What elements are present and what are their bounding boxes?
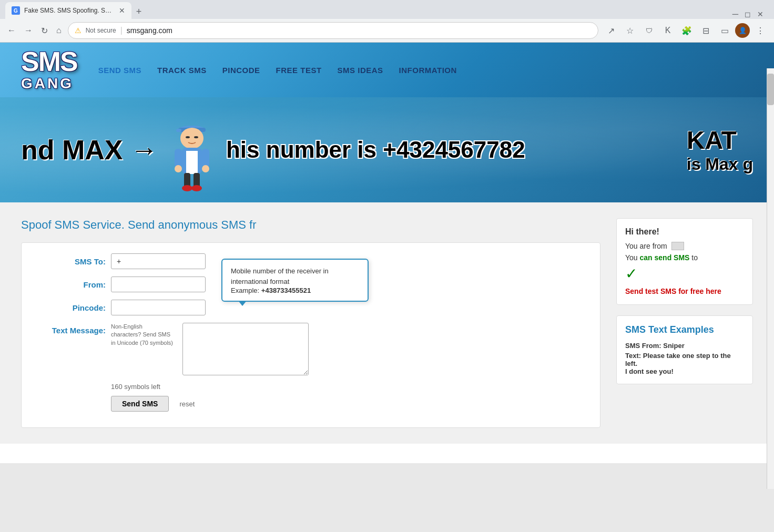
nav-free-test[interactable]: FREE TEST [276,66,322,75]
logo-sub: GANG [21,75,77,92]
can-send-green: can send SMS [640,253,690,262]
tooltip-example-label: Example: [231,287,259,294]
tab-bar: G Fake SMS. SMS Spoofing. Send A ✕ + ─ ◻… [0,0,774,19]
svg-point-3 [180,128,203,149]
svg-point-5 [194,136,198,138]
sms-text-value2: I dont see you! [625,367,674,375]
restore-icon[interactable]: ◻ [745,10,751,18]
from-label: From: [37,280,106,289]
example-from: SMS From: Sniper [625,342,744,350]
sms-to-label: SMS To: [37,257,106,266]
example-text: Text: Please take one step to the left. [625,352,744,367]
banner-character [168,108,216,192]
banner: nd MAX → [0,97,774,202]
profile-avatar[interactable]: 👤 [735,23,750,38]
svg-point-14 [182,185,192,191]
url-display[interactable]: smsgang.com [127,26,172,35]
from-input[interactable] [111,277,206,292]
banner-text-right2: is Max g [687,155,753,174]
can-send-you: You [625,253,638,262]
media-router-icon[interactable]: ⊟ [697,22,714,39]
examples-title: SMS Text Examples [625,324,744,335]
form-container: Mobile number of the receiver in interna… [21,242,600,428]
svg-rect-8 [175,149,182,168]
url-separator: | [120,26,123,35]
tooltip-title: Mobile number of the receiver in interna… [231,266,359,287]
desktop-icon[interactable]: ▭ [716,22,733,39]
nav-send-sms[interactable]: SEND SMS [98,66,141,75]
text-message-textarea[interactable] [182,323,309,375]
text-message-row: Text Message: Non-English characters? Se… [37,323,584,375]
checkmark-icon: ✓ [625,265,744,282]
flag-icon [671,242,684,250]
nav-track-sms[interactable]: TRACK SMS [157,66,207,75]
bookmark-icon[interactable]: ☆ [622,22,638,39]
pincode-label: Pincode: [37,303,106,312]
extensions-icon[interactable]: 🧩 [678,22,695,39]
symbols-left: 160 symbols left [111,383,584,391]
account-icon[interactable]: K [659,22,676,39]
banner-text-left: nd MAX → [21,134,158,166]
sms-to-tooltip: Mobile number of the receiver in interna… [221,259,369,302]
svg-rect-7 [186,151,198,174]
you-are-from-text: You are from [625,242,667,250]
svg-point-15 [191,185,202,191]
sms-examples: SMS Text Examples SMS From: Sniper Text:… [616,315,753,384]
toolbar-icons: ↗ ☆ 🛡 K 🧩 ⊟ ▭ 👤 ⋮ [603,22,769,39]
site-header: SMS GANG SEND SMS TRACK SMS PINCODE FREE… [0,43,774,97]
scrollbar-thumb[interactable] [767,74,774,105]
you-are-from-row: You are from [625,242,744,250]
tab-title: Fake SMS. SMS Spoofing. Send A [24,7,115,14]
not-secure-label: Not secure [86,27,116,34]
hi-box: Hi there! You are from You can send SMS … [616,218,753,305]
home-button[interactable]: ⌂ [54,24,64,37]
hi-title: Hi there! [625,227,744,237]
shield-icon[interactable]: 🛡 [640,22,657,39]
nav-sms-ideas[interactable]: SMS IDEAS [338,66,383,75]
tab-close-icon[interactable]: ✕ [119,6,125,15]
sms-text-value: Please take one step to the left. [625,352,731,367]
logo-area: SMS GANG [21,48,77,92]
logo-main: SMS [21,48,77,75]
send-sms-button[interactable]: Send SMS [111,396,169,412]
can-send-to: to [691,253,698,262]
content-right: Hi there! You are from You can send SMS … [616,218,753,428]
page-title: Spoof SMS Service. Send anonymous SMS fr [21,218,600,232]
sms-to-input[interactable] [111,253,206,269]
svg-point-10 [175,165,182,172]
website-content: SMS GANG SEND SMS TRACK SMS PINCODE FREE… [0,43,774,463]
share-icon[interactable]: ↗ [603,22,619,39]
forward-button[interactable]: → [22,24,35,37]
pincode-row: Pincode: [37,300,584,315]
address-input-wrap[interactable]: ⚠ Not secure | smsgang.com [68,22,598,39]
main-content: Spoof SMS Service. Send anonymous SMS fr… [0,202,774,444]
active-tab[interactable]: G Fake SMS. SMS Spoofing. Send A ✕ [5,2,131,19]
banner-text-right-group: KAT is Max g [687,126,753,174]
svg-point-4 [186,136,190,138]
banner-text-center: his number is +4324567782 [226,137,525,163]
new-tab-button[interactable]: + [131,4,146,19]
site-nav: SEND SMS TRACK SMS PINCODE FREE TEST SMS… [98,66,457,75]
svg-point-11 [202,165,209,172]
svg-rect-9 [202,149,209,168]
form-buttons: Send SMS reset [111,396,584,412]
text-message-label: Text Message: [37,323,106,335]
banner-content: nd MAX → [0,108,774,192]
sms-from-label: SMS From: [625,342,661,350]
nav-information[interactable]: INFORMATION [399,66,457,75]
close-window-icon[interactable]: ✕ [757,10,763,18]
address-bar: ← → ↻ ⌂ ⚠ Not secure | smsgang.com ↗ ☆ 🛡… [0,19,774,42]
tooltip-example-value: +438733455521 [261,287,311,294]
unicode-note: Non-English characters? Send SMS in Unic… [111,323,174,347]
tab-favicon: G [12,6,20,15]
sms-text-label: Text: [625,352,641,360]
back-button[interactable]: ← [5,24,18,37]
minimize-icon[interactable]: ─ [732,9,738,19]
pincode-input[interactable] [111,300,206,315]
sms-from-value: Sniper [663,342,684,350]
nav-pincode[interactable]: PINCODE [222,66,260,75]
reload-button[interactable]: ↻ [39,24,50,38]
menu-icon[interactable]: ⋮ [752,22,769,39]
send-free-link[interactable]: Send test SMS for free here [625,287,721,295]
reset-link[interactable]: reset [179,400,195,408]
